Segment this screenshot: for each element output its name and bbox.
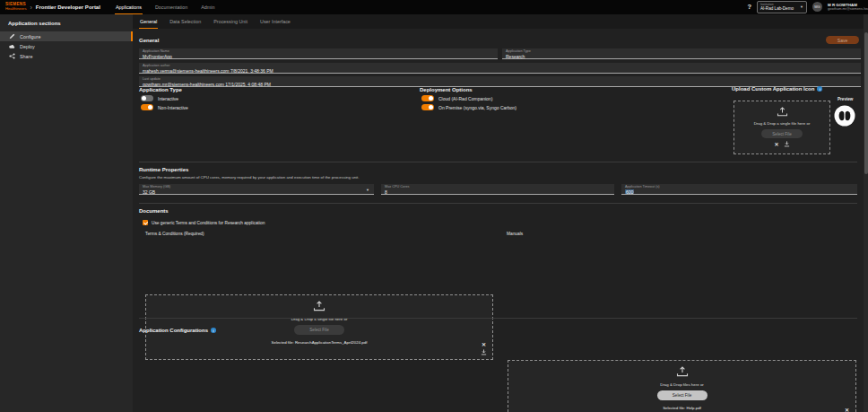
upload-icon-heading-row: Upload Custom Application Icon i xyxy=(732,86,822,92)
field-value: mahesh.verma@siemens-healthineers.com 7/… xyxy=(143,68,857,74)
help-icon[interactable]: ? xyxy=(747,3,751,11)
info-icon[interactable]: i xyxy=(817,86,822,92)
clear-file-icon[interactable]: ✕ xyxy=(482,342,486,347)
clear-file-icon[interactable]: ✕ xyxy=(845,408,849,412)
max-cpu-cores-field[interactable]: Max CPU Cores 8 xyxy=(381,184,614,195)
generic-terms-checkbox-row: Use generic Terms and Conditions for Res… xyxy=(143,220,265,225)
app-icon-preview xyxy=(834,105,855,127)
field-value: 32 GB xyxy=(143,189,370,195)
scrollbar-track[interactable] xyxy=(864,14,868,412)
header-right: ? Institution AI-Rad Lab-Demo ▼ MG M R G… xyxy=(747,1,864,13)
nav-documentation[interactable]: Documentation xyxy=(154,0,188,14)
select-file-button[interactable]: Select File xyxy=(294,325,344,335)
tab-processing-unit[interactable]: Processing Unit xyxy=(213,14,248,29)
non-interactive-toggle[interactable] xyxy=(141,104,153,110)
tab-label: Data Selection xyxy=(169,19,201,24)
app-config-heading: Application Configurations xyxy=(139,328,208,333)
toggle-knob xyxy=(429,105,433,110)
pencil-icon xyxy=(9,33,15,39)
cloud-toggle[interactable] xyxy=(421,95,434,101)
upload-icon xyxy=(676,366,689,377)
interactive-toggle-row: Interactive xyxy=(141,95,178,101)
sidebar-item-deploy[interactable]: Deploy xyxy=(0,41,133,51)
info-icon[interactable]: i xyxy=(211,328,216,333)
upload-icon xyxy=(313,301,326,311)
institution-select[interactable]: Institution AI-Rad Lab-Demo ▼ xyxy=(757,1,807,13)
sidebar-item-label: Share xyxy=(20,54,32,59)
icon-upload-dropzone[interactable]: Drag & Drop a single file here or Select… xyxy=(733,101,830,154)
field-value: MyFrontierApp xyxy=(143,54,494,59)
manuals-dropzone[interactable]: Drag & Drop files here or Select File Se… xyxy=(508,360,856,412)
on-premise-toggle[interactable] xyxy=(421,104,434,110)
application-type-field[interactable]: Application Type Research xyxy=(502,48,861,59)
sidebar-item-share[interactable]: Share xyxy=(0,51,133,61)
application-type-heading: Application Type xyxy=(139,87,182,92)
general-heading: General xyxy=(139,38,159,43)
avatar[interactable]: MG xyxy=(812,2,822,12)
app-config-heading-row: Application Configurations i xyxy=(139,328,216,333)
tab-label: User Interface xyxy=(260,19,291,24)
tab-label: General xyxy=(140,19,157,24)
nav-label: Admin xyxy=(201,4,214,10)
max-memory-select[interactable]: Max Memory (GB) 32 GB ▼ xyxy=(139,184,374,195)
on-premise-toggle-row: On Premise (syngo.via, Syngo Carbon) xyxy=(421,104,516,110)
manuals-label: Manuals xyxy=(507,232,523,236)
sidebar-item-label: Deploy xyxy=(20,44,35,49)
icon-upload-actions: ✕ xyxy=(774,141,789,147)
field-value-selected: 600 xyxy=(625,189,634,195)
cloud-toggle-row: Cloud (AI-Rad Companion) xyxy=(421,95,492,101)
generic-terms-checkbox[interactable] xyxy=(143,220,148,225)
sidebar-item-configure[interactable]: Configure xyxy=(0,31,133,41)
institution-value: AI-Rad Lab-Demo xyxy=(760,6,794,12)
chevron-right-icon: › xyxy=(30,4,32,11)
documents-heading: Documents xyxy=(139,208,169,214)
drag-drop-text: Drag & Drop files here or xyxy=(660,382,704,387)
portal-title: Frontier Developer Portal xyxy=(36,4,100,10)
selected-file-text: Selected file: Help.pdf xyxy=(663,406,701,410)
application-author-field[interactable]: Application author mahesh.verma@siemens-… xyxy=(139,63,861,74)
frontier-developer-portal: SIEMENS Healthineers › Frontier Develope… xyxy=(0,0,868,412)
application-timeout-field[interactable]: Application Timeout (s) 600 xyxy=(621,184,857,195)
scrollbar-thumb[interactable] xyxy=(864,32,868,174)
deployment-options-heading: Deployment Options xyxy=(420,87,473,92)
toggle-label: Non-Interactive xyxy=(158,105,188,110)
download-file-icon[interactable] xyxy=(784,141,790,147)
tab-data-selection[interactable]: Data Selection xyxy=(169,14,202,29)
sidebar-item-label: Configure xyxy=(20,34,40,39)
share-icon xyxy=(9,53,15,59)
main-area: General Data Selection Processing Unit U… xyxy=(133,14,868,412)
section-tabs: General Data Selection Processing Unit U… xyxy=(133,14,864,29)
application-name-field[interactable]: Application Name MyFrontierApp xyxy=(139,48,498,59)
save-button[interactable]: Save xyxy=(826,36,859,44)
nav-applications[interactable]: Applications xyxy=(115,0,143,14)
non-interactive-toggle-row: Non-Interactive xyxy=(141,104,188,110)
user-menu[interactable]: M R GOWTHAM gowtham.mr@siemens-heal... xyxy=(828,3,864,12)
top-header: SIEMENS Healthineers › Frontier Develope… xyxy=(0,0,868,14)
download-file-icon[interactable] xyxy=(481,349,487,355)
interactive-toggle[interactable] xyxy=(141,95,153,101)
nav-label: Applications xyxy=(116,4,142,10)
brand-line2: Healthineers xyxy=(5,7,27,11)
checkbox-label: Use generic Terms and Conditions for Res… xyxy=(152,221,265,225)
clear-file-icon[interactable]: ✕ xyxy=(774,142,778,147)
section-divider xyxy=(139,203,857,204)
select-file-button[interactable]: Select File xyxy=(761,129,803,138)
field-value: 8 xyxy=(385,189,611,195)
upload-icon-heading: Upload Custom Application Icon xyxy=(732,86,814,92)
siemens-healthineers-logo: SIEMENS Healthineers xyxy=(5,3,27,11)
nav-admin[interactable]: Admin xyxy=(200,0,215,14)
toggle-label: On Premise (syngo.via, Syngo Carbon) xyxy=(438,105,516,110)
user-email: gowtham.mr@siemens-heal... xyxy=(828,7,864,12)
tab-user-interface[interactable]: User Interface xyxy=(259,14,291,29)
dropzone-actions: ✕ xyxy=(481,342,487,355)
preview-label: Preview xyxy=(838,97,853,101)
select-file-button[interactable]: Select File xyxy=(657,390,707,400)
chevron-down-icon: ▼ xyxy=(366,188,369,192)
toggle-knob xyxy=(429,96,433,101)
general-content: Save General Application Name MyFrontier… xyxy=(133,29,864,412)
chevron-down-icon: ▼ xyxy=(794,4,803,9)
terms-conditions-label: Terms & Conditions (Required) xyxy=(145,232,204,236)
tab-general[interactable]: General xyxy=(139,14,158,29)
selected-file-text: Selected file: ResearchApplicationTerms_… xyxy=(272,340,368,345)
nav-label: Documentation xyxy=(155,4,187,10)
